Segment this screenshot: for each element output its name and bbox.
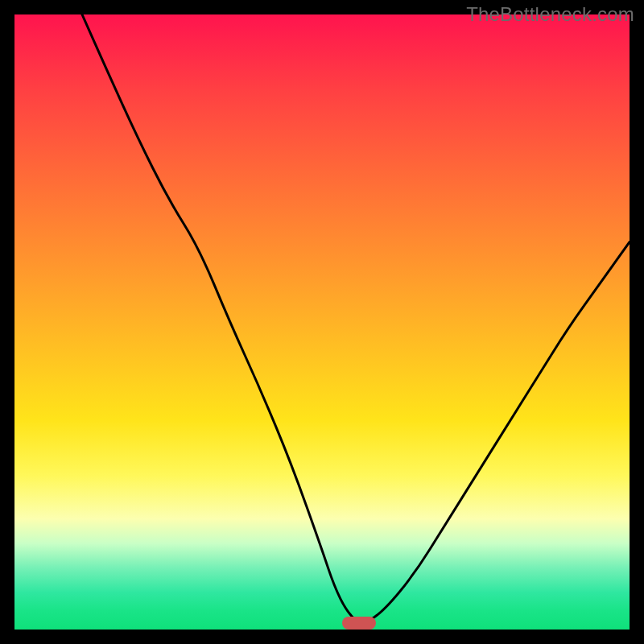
curve-layer [14, 14, 630, 630]
chart-frame: TheBottleneck.com [0, 0, 644, 644]
optimal-point-marker [342, 617, 376, 630]
bottleneck-curve-path [82, 14, 630, 623]
plot-area [14, 14, 630, 630]
